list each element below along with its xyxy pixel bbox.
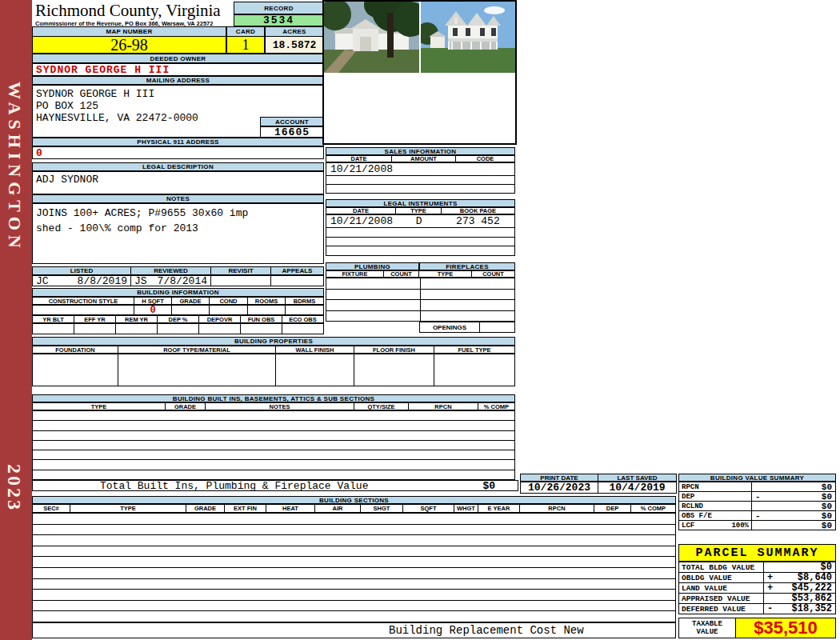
builtins-total-label: Total Built Ins, Plumbing & Fireplace Va… xyxy=(100,480,368,492)
depovr-label: DEPOVR xyxy=(199,315,241,323)
sec-comp-label: % COMP xyxy=(631,504,676,513)
physical-911-label: PHYSICAL 911 ADDRESS xyxy=(32,138,324,146)
record-value: 3534 xyxy=(234,14,324,26)
instruments-header-row: DATE TYPE BOOK PAGE xyxy=(326,207,515,214)
parcel-row-value: $0 xyxy=(764,562,836,573)
sec-whgt-label: WHGT xyxy=(454,504,478,513)
remyr-label: REM YR xyxy=(116,315,158,323)
last-saved-label: LAST SAVED xyxy=(598,474,677,482)
instruments-row-1: 10/21/2008 D 273 452 xyxy=(326,215,514,228)
roof-label: ROOF TYPE/MATERIAL xyxy=(118,346,276,354)
funobs-label: FUN OBS xyxy=(241,315,282,323)
parcel-row-label: OBLDG VALUE xyxy=(678,572,764,583)
last-saved-value: 10/4/2019 xyxy=(598,482,677,494)
properties-header-row: FOUNDATION ROOF TYPE/MATERIAL WALL FINIS… xyxy=(32,346,515,354)
physical-911-value: 0 xyxy=(32,146,324,159)
builtins-notes-label: NOTES xyxy=(206,402,354,410)
district-label: WASHINGTON xyxy=(4,82,25,253)
sec-dep-label: DEP xyxy=(594,504,631,513)
builtins-header-row: TYPE GRADE NOTES QTY/SIZE RPCN % COMP xyxy=(32,402,515,410)
sec-num-label: SEC# xyxy=(32,504,70,513)
sales-date-label: DATE xyxy=(326,155,392,162)
properties-value-row xyxy=(32,354,515,386)
notes-line-1: JOINS 100+ ACRES; P#9655 30x60 imp xyxy=(36,206,320,221)
sec-grade-label: GRADE xyxy=(186,504,225,513)
fire-type-label: TYPE xyxy=(419,270,472,278)
appeals-label: APPEALS xyxy=(271,266,324,275)
sales-code-label: CODE xyxy=(456,155,515,162)
sec-shgt-label: SHGT xyxy=(361,504,403,513)
print-value-row: 10/26/2023 10/4/2019 xyxy=(520,482,677,494)
bvs-row-value: $0 xyxy=(752,520,836,530)
page-title: Richmond County, Virginia xyxy=(35,1,234,20)
parcel-row-value: +$8,640 xyxy=(764,572,836,583)
rooms-label: ROOMS xyxy=(248,297,286,305)
building-sections-label: BUILDING SECTIONS xyxy=(32,496,676,504)
hsqft-value: 0 xyxy=(134,305,172,315)
legal-description-label: LEGAL DESCRIPTION xyxy=(32,162,324,171)
review-value-row: JC8/8/2019 JS7/8/2014 xyxy=(32,275,324,286)
parcel-row-value: $53,862 xyxy=(764,593,836,604)
property-record-card: WASHINGTON 2023 Richmond County, Virgini… xyxy=(0,0,840,640)
builtins-rpcn-label: RPCN xyxy=(409,402,478,410)
sales-row-1-date: 10/21/2008 xyxy=(326,163,514,176)
sec-sqft-label: SQFT xyxy=(403,504,454,513)
fire-count-label: COUNT xyxy=(472,270,515,278)
yrblt-label: YR BLT xyxy=(32,315,74,323)
building-value-summary-label: BUILDING VALUE SUMMARY xyxy=(678,474,836,482)
builtins-qty-label: QTY/SIZE xyxy=(354,402,409,410)
appeals-value xyxy=(271,275,324,286)
sec-type-label: TYPE xyxy=(70,504,186,513)
hsqft-label: H SQFT xyxy=(134,297,172,305)
revisit-label: REVISIT xyxy=(211,266,271,275)
building-info-value-row1: 0 xyxy=(32,305,324,315)
parcel-row-label: LAND VALUE xyxy=(678,582,764,594)
sales-amount-label: AMOUNT xyxy=(392,155,456,162)
property-photo-left xyxy=(324,2,419,73)
card-value: 1 xyxy=(226,36,265,54)
plumb-count-label: COUNT xyxy=(384,270,419,278)
sales-information-label: SALES INFORMATION xyxy=(326,147,515,155)
plumbing-label: PLUMBING xyxy=(326,262,419,270)
fuel-type-label: FUEL TYPE xyxy=(434,346,515,354)
building-info-value-row2 xyxy=(32,323,324,334)
listed-label: LISTED xyxy=(32,266,131,275)
builtins-total-value: $0 xyxy=(482,480,495,492)
parcel-row-label: DEFERRED VALUE xyxy=(678,603,764,614)
effyr-label: EFF YR xyxy=(74,315,116,323)
dep-pct-label: DEP % xyxy=(158,315,199,323)
instruments-rows: 10/21/2008 D 273 452 xyxy=(326,214,515,256)
foundation-label: FOUNDATION xyxy=(32,346,118,354)
taxable-row: TAXABLE VALUE $35,510 xyxy=(678,618,836,638)
print-header-row: PRINT DATE LAST SAVED xyxy=(520,474,677,482)
openings-row: OPENINGS xyxy=(419,322,515,333)
tax-year-label: 2023 xyxy=(3,464,25,512)
sections-footer: Building Replacement Cost New xyxy=(32,622,676,638)
builtins-grade-label: GRADE xyxy=(166,402,206,410)
parcel-row-value: -$18,352 xyxy=(764,603,836,614)
taxable-label: TAXABLE VALUE xyxy=(678,618,736,638)
builtins-total-row: Total Built Ins, Plumbing & Fireplace Va… xyxy=(32,480,518,491)
sec-eyear-label: E YEAR xyxy=(478,504,520,513)
photo-panel xyxy=(322,0,517,145)
parcel-row-value: +$45,222 xyxy=(764,582,836,594)
parcel-summary-label: PARCEL SUMMARY xyxy=(678,544,836,562)
sec-air-label: AIR xyxy=(315,504,361,513)
instr-date-label: DATE xyxy=(326,207,396,214)
bdrms-label: BDRMS xyxy=(286,297,324,305)
print-date-label: PRINT DATE xyxy=(520,474,598,482)
floor-finish-label: FLOOR FINISH xyxy=(354,346,434,354)
plumb-fire-rows xyxy=(326,278,515,322)
construction-style-value xyxy=(32,305,134,315)
cond-label: COND xyxy=(210,297,248,305)
print-date-value: 10/26/2023 xyxy=(520,482,598,494)
instr-type-label: TYPE xyxy=(396,207,442,214)
sales-rows: 10/21/2008 xyxy=(326,162,515,194)
instr-bookpage-label: BOOK PAGE xyxy=(442,207,515,214)
property-photo-right xyxy=(421,2,515,73)
notes-label: NOTES xyxy=(32,194,324,203)
fireplaces-label: FIREPLACES xyxy=(419,262,515,270)
review-header-row: LISTED REVIEWED REVISIT APPEALS xyxy=(32,266,324,275)
notes-block: JOINS 100+ ACRES; P#9655 30x60 imp shed … xyxy=(32,203,324,264)
deeded-owner-label: DEEDED OWNER xyxy=(32,54,324,63)
